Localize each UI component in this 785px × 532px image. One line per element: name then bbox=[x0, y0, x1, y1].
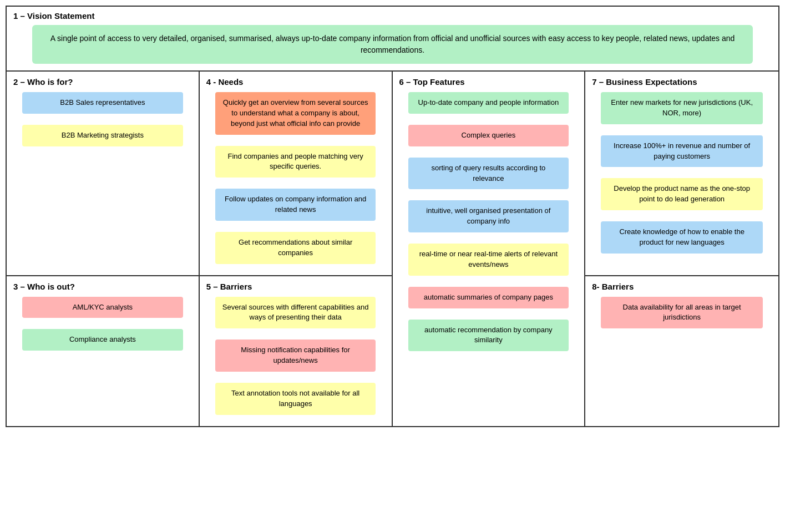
vision-title: 1 – Vision Statement bbox=[13, 11, 772, 21]
barriers-8-notes: Data availability for all areas in targe… bbox=[592, 297, 772, 335]
note-product-name: Develop the product name as the one-stop… bbox=[601, 178, 762, 210]
note-intuitive: intuitive, well organised presentation o… bbox=[408, 200, 569, 232]
note-aml-kyc: AML/KYC analysts bbox=[22, 297, 183, 318]
note-sorting: sorting of query results according to re… bbox=[408, 158, 569, 190]
who-out-notes: AML/KYC analysts Compliance analysts bbox=[13, 297, 192, 357]
who-for-notes: B2B Sales representatives B2B Marketing … bbox=[13, 92, 192, 152]
main-grid: 2 – Who is for? B2B Sales representative… bbox=[7, 72, 778, 426]
note-data-availability: Data availability for all areas in targe… bbox=[601, 297, 762, 329]
barriers-8-cell: 8- Barriers Data availability for all ar… bbox=[585, 276, 778, 426]
vision-text: A single point of access to very detaile… bbox=[32, 25, 753, 64]
top-features-cell: 6 – Top Features Up-to-date company and … bbox=[393, 72, 586, 426]
needs-notes: Quickly get an overview from several sou… bbox=[206, 92, 385, 270]
note-compliance: Compliance analysts bbox=[22, 329, 183, 351]
canvas: 1 – Vision Statement A single point of a… bbox=[6, 6, 779, 427]
note-b2b-sales: B2B Sales representatives bbox=[22, 92, 183, 114]
who-out-cell: 3 – Who is out? AML/KYC analysts Complia… bbox=[7, 276, 200, 426]
business-expectations-cell: 7 – Business Expectations Enter new mark… bbox=[585, 72, 778, 276]
note-b2b-marketing: B2B Marketing strategists bbox=[22, 125, 183, 146]
note-several-sources: Several sources with different capabilit… bbox=[215, 297, 376, 329]
barriers-5-title: 5 – Barriers bbox=[206, 282, 385, 291]
top-features-title: 6 – Top Features bbox=[399, 77, 578, 87]
note-realtime-alerts: real-time or near real-time alerts of re… bbox=[408, 244, 569, 276]
note-knowledge: Create knowledge of how to enable the pr… bbox=[601, 221, 762, 254]
needs-title: 4 - Needs bbox=[206, 77, 385, 87]
note-missing-notification: Missing notification capabilities for up… bbox=[215, 340, 376, 372]
vision-section: 1 – Vision Statement A single point of a… bbox=[7, 7, 778, 72]
needs-cell: 4 - Needs Quickly get an overview from s… bbox=[200, 72, 393, 276]
note-recommendations: Get recommendations about similar compan… bbox=[215, 232, 376, 264]
note-text-annotation: Text annotation tools not available for … bbox=[215, 383, 376, 415]
note-increase-revenue: Increase 100%+ in revenue and number of … bbox=[601, 135, 762, 168]
business-expectations-notes: Enter new markets for new jurisdictions … bbox=[592, 92, 772, 259]
note-overview: Quickly get an overview from several sou… bbox=[215, 92, 376, 135]
who-out-title: 3 – Who is out? bbox=[13, 282, 192, 291]
who-for-title: 2 – Who is for? bbox=[13, 77, 192, 87]
note-new-markets: Enter new markets for new jurisdictions … bbox=[601, 92, 762, 124]
top-features-notes: Up-to-date company and people informatio… bbox=[399, 92, 578, 357]
barriers-8-title: 8- Barriers bbox=[592, 282, 772, 291]
barriers-5-cell: 5 – Barriers Several sources with differ… bbox=[200, 276, 393, 426]
note-auto-summaries: automatic summaries of company pages bbox=[408, 287, 569, 308]
who-for-cell: 2 – Who is for? B2B Sales representative… bbox=[7, 72, 200, 276]
note-find-companies: Find companies and people matching very … bbox=[215, 146, 376, 178]
note-auto-recommendation: automatic recommendation by company simi… bbox=[408, 320, 569, 352]
business-expectations-title: 7 – Business Expectations bbox=[592, 77, 772, 87]
note-complex-queries: Complex queries bbox=[408, 125, 569, 146]
barriers-5-notes: Several sources with different capabilit… bbox=[206, 297, 385, 420]
note-follow-updates: Follow updates on company information an… bbox=[215, 189, 376, 221]
note-uptodate-company: Up-to-date company and people informatio… bbox=[408, 92, 569, 114]
